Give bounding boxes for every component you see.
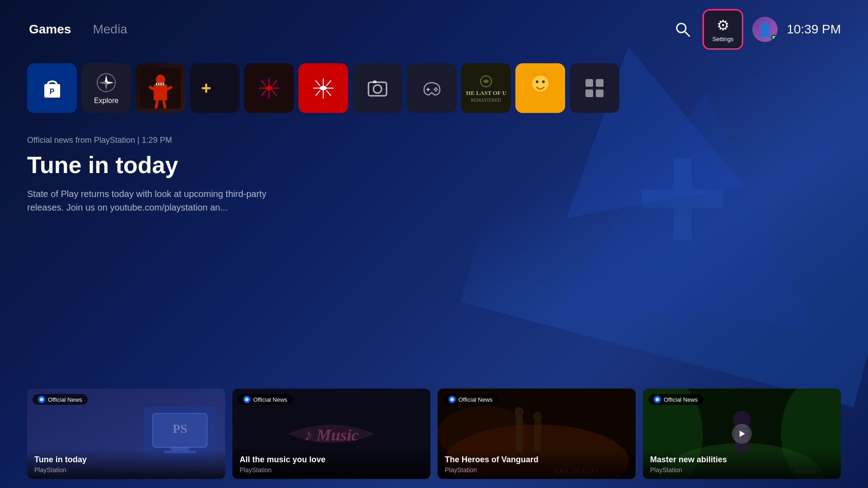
card-source-tune: PlayStation	[34, 466, 218, 474]
search-button[interactable]	[672, 19, 693, 40]
svg-rect-60	[596, 79, 604, 87]
spider-man-miles-icon[interactable]	[244, 63, 294, 113]
svg-line-15	[164, 100, 165, 108]
last-of-us-icon[interactable]: THE LAST OF US REMASTERED	[461, 63, 511, 113]
card-title-vanguard: The Heroes of Vanguard	[445, 455, 628, 465]
svg-text:P: P	[49, 88, 54, 95]
news-card-tune[interactable]: PS Official News Tune in today PlayStati…	[27, 389, 225, 479]
spider-miles-thumbnail	[257, 76, 282, 101]
svg-point-57	[536, 80, 538, 83]
media-gallery-icon[interactable]	[353, 63, 402, 113]
toca-thumbnail	[522, 70, 558, 106]
card-content-tune: Tune in today PlayStation	[27, 450, 225, 479]
official-news-dot	[38, 396, 45, 403]
svg-point-68	[40, 398, 43, 401]
official-news-dot-2	[243, 396, 250, 403]
news-card-abilities[interactable]: Horizon Official News Master new abiliti…	[643, 389, 841, 479]
svg-point-71	[245, 398, 249, 401]
card-badge-label-abilities: Official News	[664, 396, 698, 403]
ps-store-icon[interactable]: P	[27, 63, 77, 113]
settings-label: Settings	[712, 36, 734, 42]
news-cards-row: PS Official News Tune in today PlayStati…	[0, 380, 868, 488]
card-badge-label-music: Official News	[253, 396, 288, 403]
svg-point-33	[320, 86, 327, 90]
spider-man-thumbnail	[311, 76, 336, 101]
ps-mini-icon-4	[655, 397, 660, 402]
settings-button[interactable]: ⚙ Settings	[703, 9, 743, 50]
official-news-dot-4	[654, 396, 661, 403]
news-headline: Tune in today	[27, 152, 841, 178]
svg-point-50	[436, 89, 438, 90]
card-badge-label-vanguard: Official News	[458, 396, 493, 403]
hitman-game-icon[interactable]	[136, 63, 185, 113]
profile-button[interactable]: 👤	[752, 17, 778, 42]
controller-remote-icon	[420, 76, 444, 101]
remote-play-icon[interactable]	[407, 63, 457, 113]
card-source-vanguard: PlayStation	[445, 466, 628, 474]
svg-marker-6	[105, 83, 108, 90]
toca-boca-icon[interactable]	[515, 63, 565, 113]
svg-text:PS: PS	[173, 422, 188, 436]
svg-rect-20	[163, 83, 164, 85]
online-indicator	[771, 35, 777, 40]
card-title-abilities: Master new abilities	[650, 455, 834, 465]
nav-media-tab[interactable]: Media	[91, 19, 129, 40]
spider-man-icon[interactable]	[298, 63, 348, 113]
news-description: State of Play returns today with look at…	[27, 187, 298, 214]
play-button-overlay[interactable]	[732, 424, 752, 444]
play-icon	[738, 430, 746, 438]
nav-games-tab[interactable]: Games	[27, 19, 73, 40]
svg-rect-61	[585, 89, 593, 97]
top-nav: Games Media ⚙ Settings 👤 10:39 PM	[0, 0, 868, 59]
svg-line-14	[156, 100, 157, 108]
hitman-thumbnail	[140, 68, 181, 108]
svg-rect-62	[596, 89, 604, 97]
svg-marker-88	[740, 431, 745, 437]
svg-point-76	[514, 407, 524, 416]
profile-avatar: 👤	[757, 22, 773, 37]
compass-icon	[95, 71, 118, 94]
svg-text:+: +	[201, 79, 211, 98]
svg-point-23	[265, 86, 273, 90]
top-right-controls: ⚙ Settings 👤 10:39 PM	[672, 9, 841, 50]
svg-rect-44	[373, 80, 377, 83]
ps-store-bag-icon: P	[40, 76, 65, 101]
svg-point-78	[533, 412, 542, 421]
all-games-icon[interactable]	[570, 63, 619, 113]
icon-bar: P Explore	[0, 59, 868, 117]
svg-point-49	[434, 89, 435, 90]
card-content-vanguard: The Heroes of Vanguard PlayStation	[438, 450, 636, 479]
svg-point-43	[373, 85, 382, 93]
gear-icon: ⚙	[717, 17, 730, 34]
explore-icon[interactable]: Explore	[81, 63, 131, 113]
svg-text:REMASTERED: REMASTERED	[471, 98, 501, 103]
svg-rect-17	[158, 83, 159, 85]
news-card-vanguard[interactable]: CALL OF DUTY Official News The Heroes of…	[438, 389, 636, 479]
explore-label: Explore	[94, 97, 118, 105]
ps-mini-icon-2	[245, 397, 249, 402]
svg-rect-75	[516, 415, 523, 452]
card-source-music: PlayStation	[240, 466, 423, 474]
gameplus-logo-icon: +	[199, 77, 231, 99]
svg-rect-16	[156, 83, 157, 85]
search-icon	[675, 21, 691, 38]
svg-point-80	[450, 398, 454, 401]
official-news-dot-3	[448, 396, 456, 403]
card-title-tune: Tune in today	[34, 455, 218, 465]
card-badge-vanguard: Official News	[443, 394, 498, 405]
card-badge-music: Official News	[238, 394, 293, 405]
game-plus-icon[interactable]: +	[190, 63, 240, 113]
svg-point-58	[542, 80, 545, 83]
svg-point-89	[656, 398, 659, 401]
clock-display: 10:39 PM	[787, 22, 841, 37]
main-content: Official news from PlayStation | 1:29 PM…	[0, 117, 868, 380]
svg-line-1	[685, 32, 689, 36]
svg-text:THE LAST OF US: THE LAST OF US	[466, 89, 506, 96]
svg-point-47	[435, 87, 437, 89]
svg-rect-19	[161, 83, 162, 85]
card-badge-label: Official News	[48, 396, 82, 403]
grid-icon	[583, 77, 606, 99]
news-card-music[interactable]: ♪ Music Official News All the music you …	[232, 389, 430, 479]
svg-rect-11	[154, 84, 167, 100]
card-badge-tune: Official News	[33, 394, 88, 405]
